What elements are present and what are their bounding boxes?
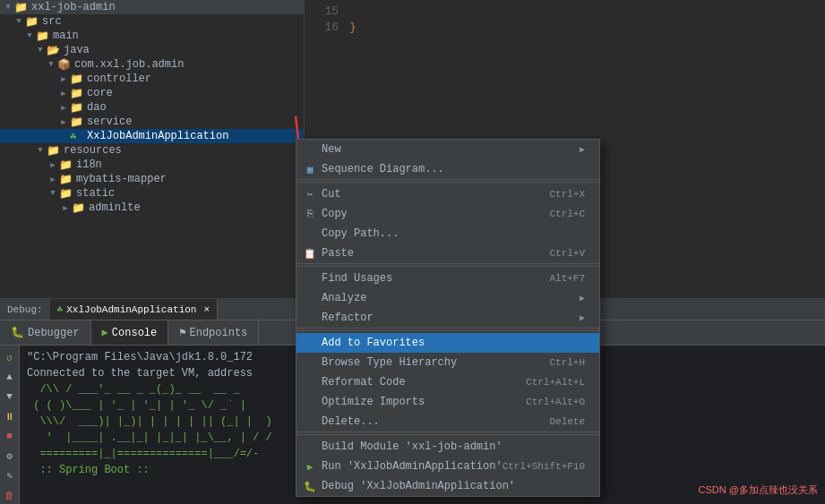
scroll-down-btn[interactable]: ▼ [2, 389, 18, 405]
spring-java-icon: ☘ [70, 130, 84, 142]
menu-item-run[interactable]: ▶ Run 'XxlJobAdminApplication' Ctrl+Shif… [296, 457, 599, 476]
menu-item-debug[interactable]: 🐛 Debug 'XxlJobAdminApplication' [296, 476, 599, 496]
copy-path-icon [304, 227, 316, 240]
context-menu: New ▶ ▦ Sequence Diagram... ✂ Cut Ctrl+X… [296, 139, 600, 497]
tree-item-controller[interactable]: ▶ 📁 controller [0, 72, 304, 86]
pause-btn[interactable]: ⏸ [2, 408, 18, 424]
sequence-diagram-icon: ▦ [304, 163, 316, 175]
menu-item-sequence-diagram[interactable]: ▦ Sequence Diagram... [296, 159, 599, 180]
menu-item-paste[interactable]: 📋 Paste Ctrl+V [296, 243, 599, 264]
main-container: ▼ 📁 xxl-job-admin ▼ 📁 src ▼ 📁 main ▼ 📂 j… [0, 0, 825, 504]
chevron-right-icon: ▶ [57, 117, 70, 127]
spring-icon-small: ☘ [57, 303, 64, 315]
submenu-arrow: ▶ [580, 144, 585, 155]
menu-item-refactor[interactable]: Refactor ▶ [296, 308, 599, 329]
folder-icon: 📁 [36, 30, 50, 42]
endpoints-icon: ⚑ [179, 326, 185, 339]
menu-item-build-module[interactable]: Build Module 'xxl-job-admin' [296, 437, 599, 457]
tree-item-main[interactable]: ▼ 📁 main [0, 29, 304, 43]
copy-shortcut: Ctrl+C [549, 209, 585, 219]
tree-item-resources[interactable]: ▼ 📁 resources [0, 143, 304, 158]
code-line-15: 15 [312, 4, 818, 20]
tree-item-xxl-job-admin[interactable]: ▼ 📁 xxl-job-admin [0, 0, 304, 14]
copy-icon: ⎘ [304, 208, 316, 220]
package-icon: 📦 [57, 58, 72, 71]
menu-item-find-usages[interactable]: Find Usages Alt+F7 [296, 269, 599, 288]
line-number-16: 16 [312, 20, 339, 36]
menu-item-add-to-favorites[interactable]: Add to Favorites [296, 333, 599, 353]
chevron-right-icon: ▶ [57, 103, 70, 113]
tree-item-src[interactable]: ▼ 📁 src [0, 14, 304, 29]
file-tree: ▼ 📁 xxl-job-admin ▼ 📁 src ▼ 📁 main ▼ 📂 j… [0, 0, 305, 298]
scroll-up-btn[interactable]: ▲ [2, 369, 18, 385]
build-icon [304, 440, 316, 453]
tab-debugger[interactable]: 🐛 Debugger [0, 320, 91, 345]
cut-icon: ✂ [304, 188, 316, 201]
menu-item-optimize-imports[interactable]: Optimize Imports Ctrl+Alt+O [296, 392, 599, 412]
submenu-arrow-analyze: ▶ [580, 293, 585, 303]
tree-item-com-xxl-job-admin[interactable]: ▼ 📦 com.xxl.job.admin [0, 57, 304, 72]
menu-item-reformat-code[interactable]: Reformat Code Ctrl+Alt+L [296, 372, 599, 392]
divider-1 [296, 182, 599, 183]
tree-item-java[interactable]: ▼ 📂 java [0, 43, 304, 57]
delete-btn[interactable]: 🗑 [2, 487, 18, 503]
edit-btn[interactable]: ✎ [2, 467, 18, 483]
folder-icon: 📁 [14, 1, 29, 13]
tree-item-core[interactable]: ▶ 📁 core [0, 86, 304, 100]
menu-item-analyze[interactable]: Analyze ▶ [296, 288, 599, 308]
analyze-icon [304, 292, 316, 304]
chevron-down-icon: ▼ [23, 31, 36, 40]
watermark: CSDN @多加点辣也没关系 [699, 483, 818, 497]
menu-item-cut[interactable]: ✂ Cut Ctrl+X [296, 184, 599, 204]
menu-item-copy[interactable]: ⎘ Copy Ctrl+C [296, 204, 599, 224]
editor-content: 15 16 } [305, 0, 825, 39]
optimize-shortcut: Ctrl+Alt+O [526, 397, 585, 407]
chevron-down-icon: ▼ [13, 17, 25, 26]
folder-icon: 📁 [59, 173, 73, 185]
divider-2 [296, 266, 599, 267]
chevron-down-icon: ▼ [34, 46, 47, 55]
tree-item-i18n[interactable]: ▶ 📁 i18n [0, 158, 304, 172]
run-shortcut: Ctrl+Shift+F10 [503, 461, 585, 472]
submenu-arrow-refactor: ▶ [580, 312, 585, 323]
console-tab-label: Console [112, 327, 157, 339]
reformat-icon [304, 376, 316, 389]
menu-item-delete[interactable]: Delete... Delete [296, 412, 599, 432]
add-to-favorites-label: Add to Favorites [322, 337, 425, 349]
menu-item-browse-type-hierarchy[interactable]: Browse Type Hierarchy Ctrl+H [296, 353, 599, 372]
debug-icon: 🐛 [304, 480, 316, 492]
paste-shortcut: Ctrl+V [549, 248, 585, 259]
tab-console[interactable]: ▶ Console [91, 320, 169, 345]
debugger-tab-label: Debugger [28, 327, 80, 339]
reformat-shortcut: Ctrl+Alt+L [526, 377, 585, 388]
chevron-right-icon: ▶ [59, 203, 72, 213]
debug-tab-label: XxlJobAdminApplication [66, 304, 196, 315]
tree-item-mybatis-mapper[interactable]: ▶ 📁 mybatis-mapper [0, 172, 304, 186]
hierarchy-icon [304, 356, 316, 369]
tree-item-xxljobadminapplication[interactable]: ☘ XxlJobAdminApplication [0, 129, 304, 143]
close-icon[interactable]: × [203, 304, 210, 315]
tab-endpoints[interactable]: ⚑ Endpoints [168, 320, 259, 345]
tree-item-dao[interactable]: ▶ 📁 dao [0, 100, 304, 115]
paste-icon: 📋 [304, 247, 316, 260]
menu-item-copy-path[interactable]: Copy Path... [296, 224, 599, 243]
cut-shortcut: Ctrl+X [549, 189, 585, 200]
settings-btn[interactable]: ⚙ [2, 448, 18, 464]
chevron-right-icon: ▶ [47, 175, 59, 184]
debug-tab-xxljobadminapplication[interactable]: ☘ XxlJobAdminApplication × [50, 299, 218, 320]
folder-icon: 📂 [47, 44, 61, 56]
folder-icon: 📁 [59, 158, 73, 171]
hierarchy-shortcut: Ctrl+H [549, 357, 585, 368]
folder-icon: 📁 [59, 187, 73, 200]
stop-btn[interactable]: ■ [2, 428, 18, 444]
console-icon: ▶ [102, 326, 108, 339]
menu-item-new[interactable]: New ▶ [296, 140, 599, 159]
chevron-right-icon: ▶ [57, 74, 70, 84]
folder-icon: 📁 [72, 201, 86, 214]
tree-item-static[interactable]: ▼ 📁 static [0, 186, 304, 201]
tree-item-adminlte[interactable]: ▶ 📁 adminlte [0, 201, 304, 215]
restart-btn[interactable]: ↺ [2, 349, 18, 365]
tree-item-service[interactable]: ▶ 📁 service [0, 115, 304, 129]
line-number-15: 15 [312, 4, 339, 20]
delete-shortcut: Delete [549, 416, 585, 427]
